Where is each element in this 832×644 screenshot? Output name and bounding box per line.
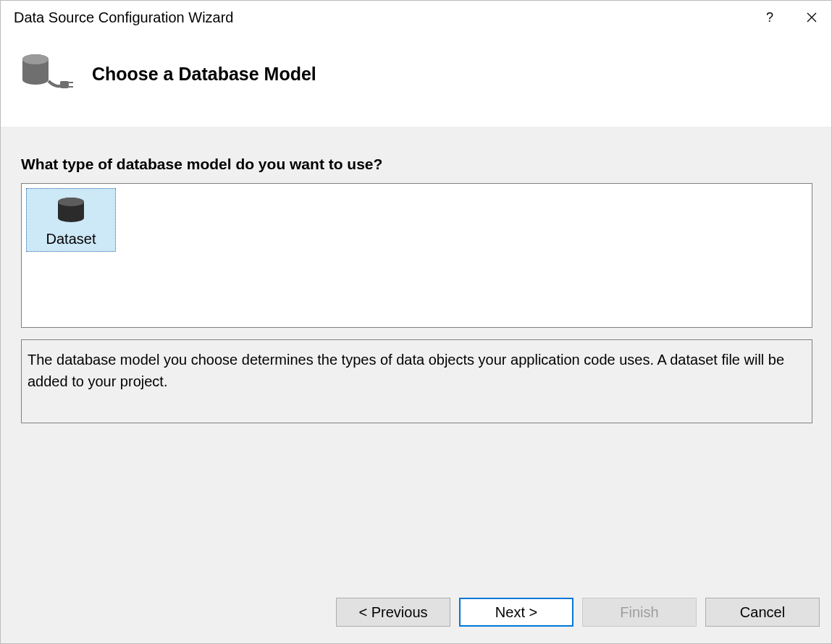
svg-point-5 bbox=[22, 54, 49, 64]
page-title: Choose a Database Model bbox=[92, 64, 316, 85]
svg-point-11 bbox=[58, 213, 84, 222]
help-button[interactable]: ? bbox=[749, 1, 791, 34]
close-icon bbox=[807, 12, 817, 22]
wizard-header: Choose a Database Model bbox=[1, 34, 832, 127]
wizard-footer: < Previous Next > Finish Cancel bbox=[1, 588, 832, 644]
window-title: Data Source Configuration Wizard bbox=[14, 9, 749, 26]
question-label: What type of database model do you want … bbox=[21, 156, 812, 173]
database-icon bbox=[55, 196, 87, 228]
close-button[interactable] bbox=[791, 1, 832, 34]
model-type-list[interactable]: Dataset bbox=[21, 183, 812, 328]
model-item-label: Dataset bbox=[46, 231, 96, 247]
wizard-content: What type of database model do you want … bbox=[1, 127, 832, 593]
titlebar: Data Source Configuration Wizard ? bbox=[1, 1, 832, 34]
model-item-dataset[interactable]: Dataset bbox=[26, 188, 116, 252]
model-description: The database model you choose determines… bbox=[21, 339, 812, 423]
cancel-button[interactable]: Cancel bbox=[705, 598, 820, 627]
svg-point-4 bbox=[22, 75, 49, 85]
svg-point-12 bbox=[58, 198, 84, 206]
next-button[interactable]: Next > bbox=[459, 598, 573, 627]
svg-rect-6 bbox=[60, 81, 69, 88]
previous-button[interactable]: < Previous bbox=[336, 598, 450, 627]
database-plug-icon bbox=[18, 50, 75, 98]
finish-button[interactable]: Finish bbox=[582, 598, 697, 627]
